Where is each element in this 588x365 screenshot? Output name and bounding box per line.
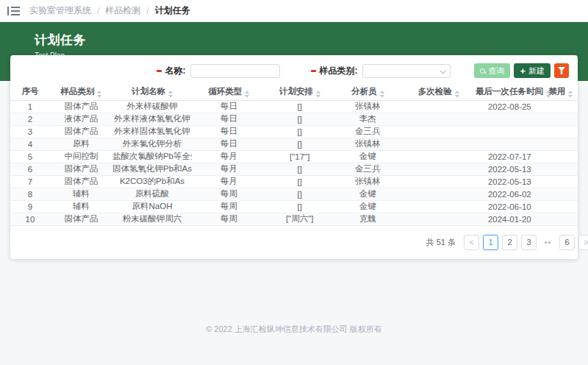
- cell-plan-name: 盐酸次氯酸钠Pb等全分析: [112, 150, 192, 163]
- cell-analyst: 张镇林: [334, 138, 402, 150]
- column-header-5[interactable]: 分析员: [334, 84, 402, 100]
- cell-multi-check: [402, 175, 476, 188]
- cell-plan-name: 原料硫酸: [112, 188, 192, 200]
- required-marker-icon: [157, 70, 162, 72]
- cell-index: 8: [10, 188, 50, 200]
- create-button[interactable]: + 新建: [514, 63, 551, 78]
- column-header-6[interactable]: 多次检验: [402, 84, 476, 100]
- search-button[interactable]: 查询: [474, 63, 510, 78]
- cell-schedule: ["17"]: [265, 150, 334, 163]
- page-title: 计划任务: [35, 32, 588, 49]
- breadcrumb-item-1[interactable]: 样品检测: [105, 4, 140, 17]
- cell-last-task-time: 2022-05-13: [476, 163, 544, 175]
- cell-last-task-time: 2022-07-17: [476, 150, 544, 163]
- cell-schedule: []: [265, 100, 334, 113]
- pagination-next-button[interactable]: >: [578, 235, 588, 250]
- column-header-0: 序号: [10, 84, 50, 100]
- page-button-3[interactable]: 3: [521, 235, 537, 250]
- cell-index: 10: [10, 213, 50, 225]
- pagination: 共 51 条 < 123••6 >: [10, 235, 588, 250]
- breadcrumb-item-0[interactable]: 实验室管理系统: [29, 4, 91, 17]
- cell-index: 4: [10, 138, 50, 150]
- table-row[interactable]: 5中间控制盐酸次氯酸钠Pb等全分析每月["17"]金键2022-07-17: [10, 150, 578, 163]
- filter-row: 名称: 样品类别: 查询 + 新建: [10, 61, 578, 84]
- table-row[interactable]: 2液体产品外来样液体氢氧化钾每日[]李杰: [10, 113, 578, 125]
- cell-sample-category: 中间控制: [50, 150, 112, 163]
- cell-plan-name: 外来氯化钾分析: [112, 138, 192, 150]
- cell-index: 9: [10, 200, 50, 213]
- cell-disabled: [544, 213, 578, 225]
- column-header-2[interactable]: 计划名称: [112, 84, 192, 100]
- column-label: 计划安排: [279, 87, 313, 96]
- column-label: 最后一次任务时间: [476, 87, 543, 96]
- cell-disabled: [544, 125, 578, 138]
- content-card: 名称: 样品类别: 查询 + 新建: [10, 55, 578, 259]
- plan-name-input[interactable]: [190, 64, 280, 78]
- table-row[interactable]: 4原料外来氯化钾分析每日[]张镇林: [10, 138, 578, 150]
- column-header-4[interactable]: 计划安排: [265, 84, 334, 100]
- cell-analyst: 金三兵: [334, 163, 402, 175]
- cell-plan-name: K2CO3的Pb和As: [112, 175, 192, 188]
- column-label: 序号: [22, 87, 39, 96]
- cell-cycle-type: 每周: [192, 188, 265, 200]
- column-label: 样品类别: [60, 87, 94, 96]
- sort-icon: [380, 91, 384, 98]
- plan-table: 序号样品类别计划名称循环类型计划安排分析员多次检验最后一次任务时间禁用 1固体产…: [10, 84, 578, 226]
- cell-disabled: [544, 163, 578, 175]
- cell-cycle-type: 每日: [192, 100, 265, 113]
- cell-analyst: 金键: [334, 188, 402, 200]
- cell-multi-check: [402, 125, 476, 138]
- cell-disabled: [544, 100, 578, 113]
- cell-last-task-time: 2022-05-13: [476, 175, 544, 188]
- breadcrumb-item-2: 计划任务: [155, 4, 190, 17]
- column-header-8[interactable]: 禁用: [544, 84, 578, 100]
- funnel-icon: [558, 67, 565, 74]
- cell-analyst: 金三兵: [334, 125, 402, 138]
- cell-cycle-type: 每周: [192, 200, 265, 213]
- cell-last-task-time: 2024-01-20: [476, 213, 544, 225]
- cell-index: 7: [10, 175, 50, 188]
- table-row[interactable]: 9辅料原料NaOH每周[]金键2022-06-10: [10, 200, 578, 213]
- cell-sample-category: 固体产品: [50, 213, 112, 225]
- table-row[interactable]: 7固体产品K2CO3的Pb和As每月[]张镇林2022-05-13: [10, 175, 578, 188]
- page-button-2[interactable]: 2: [502, 235, 517, 250]
- cell-index: 3: [10, 125, 50, 138]
- sort-icon: [168, 91, 173, 98]
- table-row[interactable]: 8辅料原料硫酸每周[]金键2022-06-02: [10, 188, 578, 200]
- column-header-7[interactable]: 最后一次任务时间: [476, 84, 544, 100]
- topbar: 实验室管理系统/样品检测/计划任务: [0, 0, 588, 22]
- cell-disabled: [544, 188, 578, 200]
- sample-category-select[interactable]: [362, 64, 451, 78]
- cell-plan-name: 粉末碳酸钾周六: [112, 213, 192, 225]
- cell-last-task-time: 2022-06-02: [476, 188, 544, 200]
- cell-plan-name: 外来样碳酸钾: [112, 100, 192, 113]
- cell-analyst: 李杰: [334, 113, 402, 125]
- column-header-1[interactable]: 样品类别: [50, 84, 112, 100]
- table-row[interactable]: 10固体产品粉末碳酸钾周六每周["周六"]克魏2024-01-20: [10, 213, 578, 225]
- table-row[interactable]: 6固体产品固体氢氧化钾Pb和As每月[]金三兵2022-05-13: [10, 163, 578, 175]
- cell-disabled: [544, 150, 578, 163]
- page-button-1[interactable]: 1: [483, 235, 498, 250]
- filter-button[interactable]: [554, 63, 569, 78]
- table-row[interactable]: 1固体产品外来样碳酸钾每日[]张镇林2022-08-25: [10, 100, 578, 113]
- cell-sample-category: 辅料: [50, 200, 112, 213]
- cell-plan-name: 外来样液体氢氧化钾: [112, 113, 192, 125]
- sidebar-toggle-button[interactable]: [7, 7, 20, 15]
- cell-multi-check: [402, 113, 476, 125]
- sort-icon: [316, 91, 320, 98]
- cell-schedule: []: [265, 113, 334, 125]
- pagination-prev-button[interactable]: <: [464, 235, 479, 250]
- cell-sample-category: 固体产品: [50, 100, 112, 113]
- cell-schedule: []: [265, 163, 334, 175]
- table-row[interactable]: 3固体产品外来样固体氢氧化钾每日[]金三兵: [10, 125, 578, 138]
- sort-icon: [568, 91, 573, 98]
- breadcrumb-separator: /: [146, 6, 148, 16]
- cell-last-task-time: 2022-08-25: [476, 100, 544, 113]
- column-label: 多次检验: [418, 87, 452, 96]
- cell-multi-check: [402, 100, 476, 113]
- search-icon: [480, 68, 485, 74]
- column-header-3[interactable]: 循环类型: [192, 84, 265, 100]
- chevron-down-icon: [440, 68, 446, 74]
- page-button-6[interactable]: 6: [559, 235, 575, 250]
- table-header-row: 序号样品类别计划名称循环类型计划安排分析员多次检验最后一次任务时间禁用: [10, 84, 578, 100]
